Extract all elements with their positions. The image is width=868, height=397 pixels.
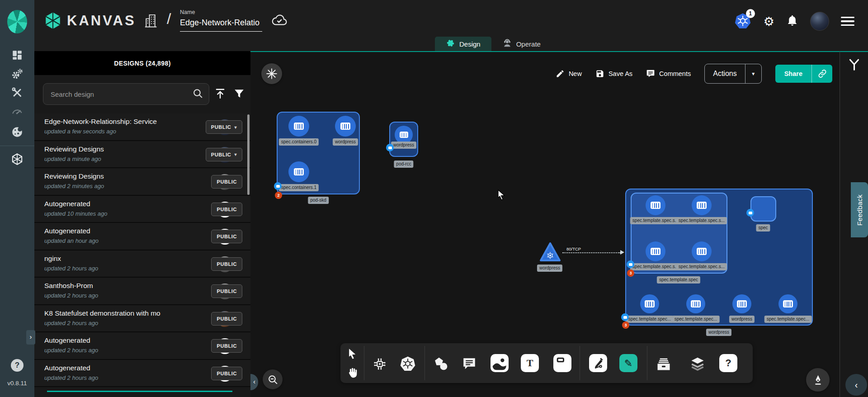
node-spec[interactable] (750, 196, 776, 222)
visibility-badge[interactable]: PUBLIC (211, 203, 242, 216)
search-icon[interactable] (192, 88, 203, 101)
visibility-badge[interactable]: PUBLIC (211, 312, 242, 326)
dashboard-icon[interactable] (11, 49, 24, 61)
organization-icon[interactable] (144, 13, 157, 30)
node-bottom-container-2[interactable] (732, 294, 751, 313)
media-tool-icon[interactable] (491, 354, 509, 372)
new-button[interactable]: New (556, 69, 582, 78)
design-list-item[interactable]: Edge-Network-Relationship: Serviceupdate… (34, 113, 250, 141)
save-as-button[interactable]: Save As (595, 69, 632, 78)
pod-status-badge-icon[interactable] (274, 182, 282, 190)
template-error-badge[interactable]: 3 (627, 269, 634, 277)
toolbox-icon[interactable] (11, 86, 24, 99)
design-list-item[interactable]: Reviewing Designsupdated 2 minutes agoPU… (34, 168, 250, 196)
design-canvas[interactable]: New Save As Comments Actions ▾ Share (250, 51, 840, 397)
kubernetes-context-switcher[interactable]: 1 (734, 12, 752, 31)
spec-template-label: spec.template.spec (657, 276, 700, 284)
share-split-button[interactable]: Share (775, 65, 832, 83)
design-list-item[interactable]: K8 Statefulset demonstration with moupda… (34, 305, 250, 333)
node-template-container-3[interactable] (692, 241, 712, 261)
pen-tool-icon[interactable] (589, 354, 607, 372)
actions-split-button[interactable]: Actions ▾ (704, 64, 761, 84)
design-title: Autogenerated (44, 364, 90, 372)
import-design-icon[interactable] (214, 88, 226, 101)
performance-gauge-icon[interactable] (11, 105, 24, 118)
select-tool-icon[interactable] (345, 345, 359, 362)
visibility-badge[interactable]: PUBLIC (211, 230, 242, 243)
design-name-input[interactable] (180, 15, 262, 32)
flows-y-icon[interactable] (847, 57, 861, 73)
notifications-bell-icon[interactable] (786, 14, 798, 28)
layers-tool-icon[interactable] (688, 354, 708, 374)
pod-status-badge-icon[interactable] (627, 260, 634, 268)
hamburger-menu-icon[interactable] (841, 17, 854, 26)
container-label: wordpress (729, 316, 755, 323)
visibility-badge[interactable]: PUBLIC (211, 367, 242, 380)
visibility-badge[interactable]: PUBLIC (211, 257, 242, 271)
pod-status-badge-icon[interactable] (621, 313, 629, 321)
help-icon[interactable]: ? (11, 359, 24, 372)
freehand-draw-tool-icon[interactable]: ✎ (619, 354, 637, 372)
node-container-spec0[interactable] (288, 116, 309, 137)
user-avatar[interactable] (810, 12, 829, 31)
help-tool-icon[interactable]: ? (719, 354, 737, 372)
actions-caret-icon[interactable]: ▾ (745, 64, 761, 83)
text-tool-icon[interactable]: T (521, 354, 539, 372)
design-list-item[interactable]: nginxupdated 2 hours agoPUBLIC (34, 250, 250, 278)
node-bottom-container-3[interactable] (778, 294, 797, 313)
node-template-container-1[interactable] (692, 195, 712, 215)
right-collapse-chevron[interactable]: ‹ (845, 374, 867, 396)
tab-operate[interactable]: Operate (491, 37, 552, 51)
feedback-tab[interactable]: Feedback (851, 182, 868, 237)
design-updated: updated 2 minutes ago (44, 183, 104, 189)
pod-error-badge[interactable]: 2 (275, 192, 282, 199)
design-list-item[interactable]: Reviewing Designsupdated a minute agoPUB… (34, 141, 250, 169)
design-updated: updated 2 hours ago (44, 347, 98, 354)
visibility-badge[interactable]: PUBLIC (211, 284, 242, 298)
catalog-icon[interactable] (11, 126, 24, 138)
design-list-item[interactable]: Autogeneratedupdated 2 hours agoPUBLIC (34, 332, 250, 360)
search-input[interactable] (43, 90, 192, 98)
design-list-item[interactable]: Autogeneratedupdated an hour agoPUBLIC (34, 223, 250, 250)
deployment-error-badge[interactable]: 3 (622, 321, 629, 329)
filter-icon[interactable] (233, 88, 245, 101)
node-bottom-container-1[interactable] (686, 294, 705, 313)
node-container-spec1[interactable] (288, 161, 309, 182)
pod-status-badge-icon[interactable] (746, 209, 754, 217)
design-list-item[interactable]: Autogeneratedupdated 2 hours agoPUBLIC (34, 360, 250, 388)
visibility-badge[interactable]: PUBLIC▾ (206, 120, 242, 134)
node-bottom-container-0[interactable] (640, 294, 659, 313)
visibility-badge[interactable]: PUBLIC▾ (206, 148, 242, 161)
panel-expand-handle[interactable]: › (26, 330, 35, 345)
settings-gears-icon[interactable] (11, 67, 24, 80)
list-scrollbar[interactable] (247, 114, 250, 195)
kanvas-hexagon-icon[interactable] (11, 153, 24, 165)
component-drawer-tool-icon[interactable] (654, 354, 674, 374)
visibility-badge[interactable]: PUBLIC (211, 339, 242, 353)
shapes-tool-icon[interactable] (431, 354, 451, 374)
zoom-button[interactable] (263, 369, 283, 389)
node-template-container-2[interactable] (646, 241, 665, 261)
tab-design[interactable]: Design (435, 37, 491, 51)
design-list-item[interactable]: Santhosh-Promupdated 2 hours agoPUBLIC (34, 278, 250, 305)
node-container-wordpress[interactable] (335, 116, 356, 137)
pan-hand-tool-icon[interactable] (345, 364, 359, 381)
panel-collapse-chevron[interactable]: ‹ (250, 374, 258, 390)
relationship-graph-tool-icon[interactable] (370, 354, 390, 374)
visibility-badge[interactable]: PUBLIC (211, 175, 242, 189)
comments-button[interactable]: Comments (646, 69, 691, 78)
meshery-snowflake-button[interactable] (261, 63, 282, 84)
frame-tool-icon[interactable] (553, 354, 571, 372)
comment-icon (646, 69, 655, 78)
node-service-wordpress[interactable] (539, 242, 561, 265)
design-list-item[interactable]: Autogeneratedupdated 10 minutes agoPUBLI… (34, 196, 250, 223)
pen-nib-button[interactable] (806, 368, 830, 392)
copy-link-icon[interactable] (811, 65, 832, 83)
meshery-logo-icon[interactable] (7, 10, 27, 33)
node-template-container-0[interactable] (646, 195, 665, 215)
pod-status-badge-icon[interactable] (386, 144, 394, 151)
node-container-wordpress-2[interactable] (395, 126, 413, 144)
kubernetes-tool-icon[interactable] (398, 354, 418, 374)
comment-tool-icon[interactable] (459, 354, 479, 374)
settings-gear-icon[interactable]: ⚙ (764, 15, 774, 28)
